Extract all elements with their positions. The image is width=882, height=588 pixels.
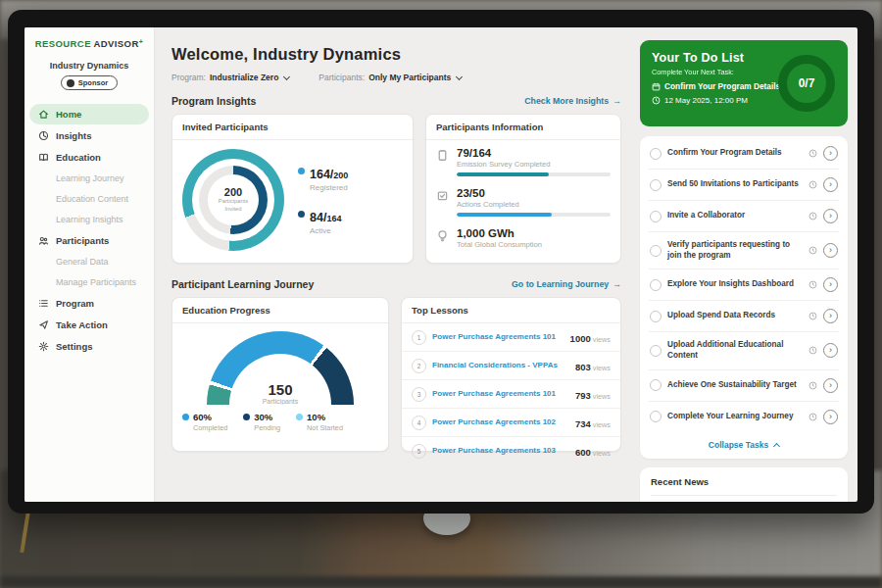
task-checkbox[interactable] — [650, 411, 662, 422]
sidebar-item-participants[interactable]: Participants — [24, 230, 154, 251]
task-label: Complete Your Learning Journey — [667, 412, 803, 422]
info-stat-value: 23/50 — [457, 187, 611, 199]
task-checkbox[interactable] — [650, 311, 662, 322]
task-row[interactable]: Confirm Your Program Details› — [649, 138, 839, 170]
task-chevron-button[interactable]: › — [823, 309, 838, 323]
sidebar-item-settings[interactable]: Settings — [24, 336, 154, 357]
legend-value: 84/164 — [310, 208, 341, 225]
invited-participants-card: Invited Participants 200 Participants In… — [172, 114, 414, 264]
top-lessons-list: 1Power Purchase Agreements 1011000views2… — [402, 323, 620, 465]
program-icon — [38, 298, 49, 309]
invited-legend: 164/200Registered84/164Active — [298, 165, 348, 235]
task-checkbox[interactable] — [650, 211, 662, 222]
participants-select[interactable]: Participants: Only My Participants — [318, 73, 462, 82]
lesson-rank: 4 — [412, 416, 426, 430]
invited-donut-chart: 200 Participants Invited — [182, 149, 284, 251]
task-row[interactable]: Verify participants requesting to join t… — [649, 232, 839, 270]
task-chevron-button[interactable]: › — [823, 277, 838, 292]
sidebar-item-label: Education Content — [56, 194, 128, 204]
lesson-row[interactable]: 2Financial Considerations - VPPAs803view… — [402, 351, 620, 379]
sidebar-item-learning-journey[interactable]: Learning Journey — [24, 169, 154, 188]
insights-icon — [38, 130, 49, 141]
program-insights-title: Program Insights — [172, 95, 256, 107]
clock-icon — [808, 149, 817, 158]
lesson-views: 734views — [575, 414, 611, 431]
info-stat-row: 23/50Actions Completed — [426, 180, 620, 220]
task-checkbox[interactable] — [650, 345, 662, 357]
sidebar-nav: HomeInsightsEducationLearning JourneyEdu… — [24, 104, 154, 357]
gauge-center-value: 150 — [207, 381, 354, 398]
task-row[interactable]: Upload Spend Data Records› — [649, 301, 839, 332]
invited-center-value: 200 — [224, 186, 242, 198]
task-checkbox[interactable] — [650, 148, 662, 160]
collapse-tasks-link[interactable]: Collapse Tasks — [649, 432, 839, 457]
sidebar-item-label: Learning Insights — [56, 215, 123, 224]
sidebar-item-general-data[interactable]: General Data — [24, 252, 154, 271]
clock-icon — [808, 180, 817, 189]
task-chevron-button[interactable]: › — [823, 177, 838, 192]
sidebar-item-label: Take Action — [56, 319, 108, 330]
clock-icon — [808, 212, 817, 220]
task-checkbox[interactable] — [650, 245, 662, 257]
task-row[interactable]: Send 50 Invitations to Participants› — [649, 170, 839, 201]
lesson-link[interactable]: Power Purchase Agreements 102 — [432, 417, 569, 427]
sidebar-item-insights[interactable]: Insights — [24, 125, 154, 146]
program-select[interactable]: Program: Industrialize Zero — [172, 73, 289, 82]
task-row[interactable]: Achieve One Sustainability Target› — [649, 370, 839, 402]
task-row[interactable]: Upload Additional Educational Content› — [649, 332, 839, 369]
task-chevron-button[interactable]: › — [823, 378, 838, 393]
info-stat-row: 1,000 GWhTotal Global Consumption — [426, 220, 620, 253]
sidebar-item-label: Learning Journey — [56, 173, 124, 183]
task-label: Verify participants requesting to join t… — [667, 240, 803, 261]
sidebar-item-manage-participants[interactable]: Manage Participants — [24, 272, 154, 292]
sidebar-item-label: Education — [56, 152, 101, 163]
clock-icon — [808, 280, 817, 289]
task-chevron-button[interactable]: › — [823, 243, 838, 258]
recent-news-title: Recent News — [651, 476, 837, 496]
info-stat-label: Emission Survey Completed — [457, 160, 611, 169]
task-row[interactable]: Invite a Collaborator› — [649, 201, 839, 232]
sidebar-item-label: Home — [56, 109, 81, 120]
task-chevron-button[interactable]: › — [823, 146, 838, 161]
sidebar-item-take-action[interactable]: Take Action — [24, 315, 154, 335]
todo-task-list: Confirm Your Program Details›Send 50 Inv… — [640, 136, 848, 459]
sidebar-item-learning-insights[interactable]: Learning Insights — [24, 210, 154, 229]
gauge-legend-value: 30% — [243, 412, 280, 422]
lesson-row[interactable]: 4Power Purchase Agreements 102734views — [402, 408, 620, 436]
lesson-row[interactable]: 3Power Purchase Agreements 101793views — [402, 379, 620, 408]
lesson-row[interactable]: 1Power Purchase Agreements 1011000views — [402, 323, 620, 351]
lesson-link[interactable]: Power Purchase Agreements 103 — [432, 446, 569, 456]
task-checkbox[interactable] — [650, 179, 662, 191]
go-to-learning-journey-link[interactable]: Go to Learning Journey → — [512, 279, 621, 289]
task-chevron-button[interactable]: › — [823, 343, 838, 358]
education-gauge-legend: 60%Completed30%Pending10%Not Started — [172, 405, 388, 432]
lesson-rank: 1 — [412, 330, 426, 345]
task-row[interactable]: Complete Your Learning Journey› — [649, 402, 839, 432]
actions-icon — [436, 189, 449, 217]
task-chevron-button[interactable]: › — [823, 410, 838, 424]
task-label: Upload Spend Data Records — [667, 311, 803, 321]
task-row[interactable]: Explore Your Insights Dashboard› — [649, 270, 839, 301]
lesson-views: 600views — [575, 442, 611, 460]
sidebar-item-education-content[interactable]: Education Content — [24, 189, 154, 209]
task-checkbox[interactable] — [650, 279, 662, 291]
task-chevron-button[interactable]: › — [823, 209, 838, 223]
sidebar-item-label: Insights — [56, 130, 91, 141]
chevron-down-icon — [456, 73, 463, 79]
sidebar-item-program[interactable]: Program — [24, 293, 154, 314]
todo-next-task: Confirm Your Program Details — [664, 81, 780, 91]
lesson-row[interactable]: 5Power Purchase Agreements 103600views — [402, 436, 620, 465]
lesson-link[interactable]: Power Purchase Agreements 101 — [432, 389, 569, 399]
sidebar-item-home[interactable]: Home — [29, 104, 149, 124]
top-lessons-card-title: Top Lessons — [402, 298, 620, 323]
sidebar-item-education[interactable]: Education — [24, 147, 154, 168]
info-stat-label: Actions Completed — [457, 200, 611, 209]
gauge-legend-item: 10%Not Started — [296, 412, 343, 432]
lesson-link[interactable]: Financial Considerations - VPPAs — [432, 361, 569, 370]
todo-sidebar: Your To Do List Complete Your Next Task:… — [634, 27, 858, 502]
clock-icon — [808, 413, 817, 421]
lesson-link[interactable]: Power Purchase Agreements 101 — [432, 332, 564, 342]
task-checkbox[interactable] — [650, 379, 662, 391]
home-icon — [38, 109, 49, 120]
check-more-insights-link[interactable]: Check More Insights → — [524, 96, 621, 106]
